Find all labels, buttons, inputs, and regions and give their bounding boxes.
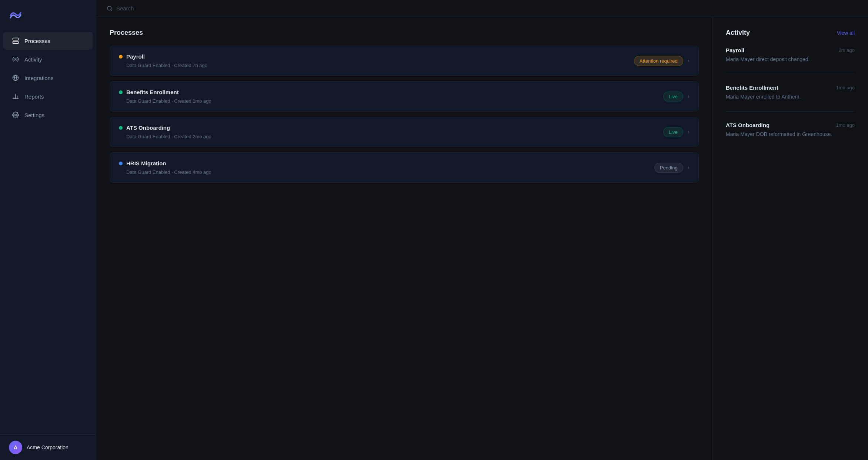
view-all-link[interactable]: View all	[837, 30, 855, 36]
processes-panel: Processes Payroll Data Guard Enabled · C…	[96, 17, 712, 460]
process-info: Benefits Enrollment Data Guard Enabled ·…	[119, 89, 211, 104]
status-badge: Attention required	[634, 56, 683, 66]
activity-timestamp: 2m ago	[839, 47, 855, 53]
status-dot	[119, 126, 123, 130]
content-area: Processes Payroll Data Guard Enabled · C…	[96, 17, 868, 460]
process-right: Live ›	[663, 127, 690, 137]
activity-divider	[726, 74, 855, 74]
process-name-row: ATS Onboarding	[119, 125, 211, 131]
activity-description: Maria Mayer DOB reformatted in Greenhous…	[726, 130, 855, 138]
process-name: HRIS Migration	[126, 160, 166, 166]
svg-point-4	[15, 59, 16, 60]
status-badge: Live	[663, 92, 683, 102]
process-name-row: Benefits Enrollment	[119, 89, 211, 95]
activity-panel: Activity View all Payroll 2m ago Maria M…	[712, 17, 868, 460]
chevron-right-icon: ›	[688, 93, 690, 100]
sidebar-item-processes[interactable]: Processes	[3, 32, 93, 50]
process-card[interactable]: ATS Onboarding Data Guard Enabled · Crea…	[110, 117, 699, 147]
sidebar-item-integrations[interactable]: Integrations	[3, 69, 93, 87]
sidebar-item-label: Reports	[24, 93, 44, 100]
process-meta: Data Guard Enabled · Created 4mo ago	[119, 169, 211, 175]
process-meta: Data Guard Enabled · Created 2mo ago	[119, 134, 211, 139]
sidebar: Processes Activity Integrations	[0, 0, 96, 460]
activity-entry: ATS Onboarding 1mo ago Maria Mayer DOB r…	[726, 122, 855, 138]
company-name: Acme Corporation	[27, 444, 69, 450]
globe-icon	[12, 74, 19, 82]
process-name: Payroll	[126, 53, 145, 60]
app-logo	[9, 7, 22, 21]
sidebar-item-activity[interactable]: Activity	[3, 50, 93, 68]
activity-item-title: ATS Onboarding	[726, 122, 769, 128]
chevron-right-icon: ›	[688, 164, 690, 171]
search-icon	[107, 6, 113, 11]
search-input[interactable]	[116, 5, 858, 11]
status-badge: Pending	[654, 163, 683, 173]
sidebar-item-reports[interactable]: Reports	[3, 87, 93, 105]
status-dot	[119, 90, 123, 94]
activity-title-row: ATS Onboarding 1mo ago	[726, 122, 855, 128]
sidebar-item-label: Integrations	[24, 75, 53, 81]
status-dot	[119, 162, 123, 165]
bar-chart-icon	[12, 93, 19, 100]
process-card[interactable]: Payroll Data Guard Enabled · Created 7h …	[110, 46, 699, 76]
activity-item-title: Payroll	[726, 47, 744, 53]
activity-item: Benefits Enrollment 1mo ago Maria Mayer …	[726, 85, 855, 112]
activity-title-row: Benefits Enrollment 1mo ago	[726, 85, 855, 91]
chevron-right-icon: ›	[688, 57, 690, 64]
sidebar-item-label: Processes	[24, 38, 50, 44]
status-dot	[119, 55, 123, 59]
activity-item: Payroll 2m ago Maria Mayer direct deposi…	[726, 47, 855, 74]
process-name-row: Payroll	[119, 53, 207, 60]
process-right: Attention required ›	[634, 56, 690, 66]
process-meta: Data Guard Enabled · Created 1mo ago	[119, 98, 211, 104]
logo-area	[0, 0, 96, 28]
svg-point-11	[15, 114, 17, 116]
activity-title: Activity	[726, 29, 750, 37]
activity-description: Maria Mayer enrolled to Anthem.	[726, 93, 855, 101]
status-badge: Live	[663, 127, 683, 137]
search-bar	[96, 0, 868, 17]
activity-entry: Payroll 2m ago Maria Mayer direct deposi…	[726, 47, 855, 63]
radio-icon	[12, 56, 19, 63]
activity-timestamp: 1mo ago	[836, 122, 855, 128]
activity-header: Activity View all	[726, 29, 855, 37]
sidebar-item-label: Settings	[24, 112, 44, 118]
settings-icon	[12, 111, 19, 119]
processes-title: Processes	[110, 29, 699, 37]
process-name: Benefits Enrollment	[126, 89, 179, 95]
svg-line-13	[111, 10, 112, 11]
main-content: Processes Payroll Data Guard Enabled · C…	[96, 0, 868, 460]
server-icon	[12, 37, 19, 44]
sidebar-item-label: Activity	[24, 56, 42, 63]
chevron-right-icon: ›	[688, 129, 690, 135]
process-info: ATS Onboarding Data Guard Enabled · Crea…	[119, 125, 211, 139]
processes-list: Payroll Data Guard Enabled · Created 7h …	[110, 46, 699, 183]
activity-entry: Benefits Enrollment 1mo ago Maria Mayer …	[726, 85, 855, 101]
activity-item: ATS Onboarding 1mo ago Maria Mayer DOB r…	[726, 122, 855, 138]
process-info: Payroll Data Guard Enabled · Created 7h …	[119, 53, 207, 68]
process-name: ATS Onboarding	[126, 125, 170, 131]
process-name-row: HRIS Migration	[119, 160, 211, 166]
sidebar-footer[interactable]: A Acme Corporation	[0, 434, 96, 460]
sidebar-item-settings[interactable]: Settings	[3, 106, 93, 124]
activity-divider	[726, 111, 855, 112]
process-meta: Data Guard Enabled · Created 7h ago	[119, 63, 207, 68]
activity-item-title: Benefits Enrollment	[726, 85, 778, 91]
sidebar-nav: Processes Activity Integrations	[0, 28, 96, 434]
process-info: HRIS Migration Data Guard Enabled · Crea…	[119, 160, 211, 175]
activity-list: Payroll 2m ago Maria Mayer direct deposi…	[726, 47, 855, 138]
process-right: Pending ›	[654, 163, 690, 173]
activity-description: Maria Mayer direct deposit changed.	[726, 56, 855, 63]
process-card[interactable]: Benefits Enrollment Data Guard Enabled ·…	[110, 81, 699, 112]
avatar: A	[9, 441, 22, 454]
activity-timestamp: 1mo ago	[836, 85, 855, 90]
process-card[interactable]: HRIS Migration Data Guard Enabled · Crea…	[110, 152, 699, 183]
process-right: Live ›	[663, 92, 690, 102]
activity-title-row: Payroll 2m ago	[726, 47, 855, 53]
